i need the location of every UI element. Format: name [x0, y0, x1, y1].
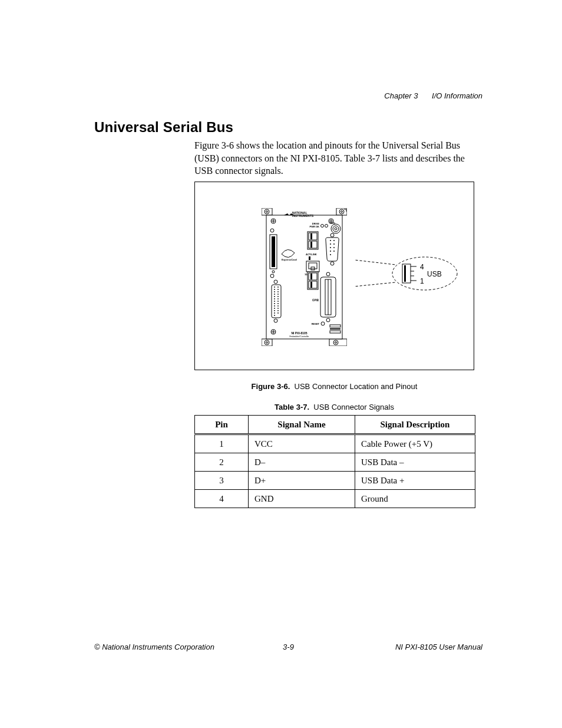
svg-point-73 [274, 303, 275, 304]
callout-pin-top: 4 [420, 263, 424, 271]
cell-pin: 1 [195, 434, 249, 453]
th-desc: Signal Description [355, 416, 475, 434]
svg-rect-32 [310, 242, 312, 248]
figure-box: NATIONAL INSTRUMENTS DRIVE PWR OK TRIG [194, 182, 474, 370]
page: Chapter 3 I/O Information Universal Seri… [0, 0, 562, 728]
svg-point-36 [330, 243, 331, 245]
svg-rect-102 [404, 265, 406, 282]
table-row: 2 D– USB Data – [195, 453, 475, 472]
svg-point-61 [274, 289, 275, 290]
svg-point-74 [277, 303, 279, 304]
svg-rect-51 [308, 272, 318, 289]
cell-pin: 4 [195, 490, 249, 508]
svg-text:NI PXI-8105: NI PXI-8105 [291, 331, 307, 335]
svg-point-71 [274, 301, 275, 302]
svg-point-59 [274, 286, 275, 288]
table-row: 4 GND Ground [195, 490, 475, 508]
svg-point-39 [333, 247, 335, 248]
svg-point-40 [330, 251, 331, 252]
section-paragraph: Figure 3-6 shows the location and pinout… [194, 139, 471, 177]
svg-point-37 [333, 243, 335, 245]
footer-doc: NI PXI-8105 User Manual [395, 643, 482, 651]
svg-text:GPIB: GPIB [312, 299, 319, 302]
svg-rect-54 [310, 274, 312, 279]
svg-line-99 [355, 256, 395, 265]
svg-point-81 [274, 312, 275, 314]
cell-name: D– [249, 453, 355, 472]
svg-point-62 [277, 289, 279, 290]
cell-name: GND [249, 490, 355, 508]
cell-desc: Cable Power (+5 V) [355, 434, 475, 453]
svg-text:ACT/LINK: ACT/LINK [306, 253, 317, 256]
svg-text:RESET: RESET [312, 322, 320, 325]
svg-point-38 [330, 247, 331, 248]
svg-point-66 [277, 294, 279, 295]
svg-text:ExpressCard: ExpressCard [282, 258, 297, 261]
svg-rect-31 [310, 233, 312, 239]
svg-rect-28 [308, 232, 318, 249]
faceplate-diagram: NATIONAL INSTRUMENTS DRIVE PWR OK TRIG [262, 208, 347, 346]
svg-line-100 [355, 282, 395, 290]
header-title: I/O Information [432, 91, 482, 100]
table-header-row: Pin Signal Name Signal Description [195, 416, 475, 434]
cell-pin: 2 [195, 453, 249, 472]
svg-point-80 [277, 310, 279, 311]
svg-rect-45 [309, 256, 310, 260]
table-caption-text: USB Connector Signals [313, 403, 394, 411]
table-caption: Table 3-7. USB Connector Signals [194, 403, 474, 411]
table-row: 1 VCC Cable Power (+5 V) [195, 434, 475, 453]
svg-point-82 [277, 312, 279, 314]
svg-rect-55 [310, 282, 312, 288]
svg-point-78 [277, 308, 279, 309]
svg-point-65 [274, 294, 275, 295]
svg-point-77 [274, 308, 275, 309]
section-heading: Universal Serial Bus [94, 119, 233, 136]
svg-point-42 [330, 254, 331, 255]
svg-point-75 [274, 305, 275, 307]
svg-rect-25 [272, 236, 275, 267]
svg-point-35 [333, 240, 335, 241]
cell-desc: USB Data + [355, 472, 475, 490]
callout-label: USB [427, 270, 442, 278]
signal-table: Pin Signal Name Signal Description 1 VCC… [194, 415, 475, 508]
svg-point-63 [274, 291, 275, 292]
th-pin: Pin [195, 416, 249, 434]
running-header: Chapter 3 I/O Information [384, 91, 482, 100]
svg-point-68 [277, 296, 279, 297]
figure-caption: Figure 3-6. USB Connector Location and P… [194, 382, 474, 391]
th-name: Signal Name [249, 416, 355, 434]
callout-pin-bottom: 1 [420, 277, 424, 285]
svg-point-83 [274, 315, 275, 316]
svg-point-60 [277, 286, 279, 288]
svg-point-41 [333, 251, 335, 252]
figure-number: Figure 3-6. [252, 382, 290, 391]
svg-rect-101 [402, 264, 411, 283]
cell-desc: USB Data – [355, 453, 475, 472]
svg-text:PWR OK: PWR OK [310, 225, 320, 228]
header-chapter: Chapter 3 [384, 91, 418, 100]
svg-point-34 [330, 240, 331, 241]
svg-point-67 [274, 296, 275, 297]
svg-rect-93 [330, 328, 340, 330]
svg-point-69 [274, 298, 275, 299]
svg-point-64 [277, 291, 279, 292]
brand-bottom: INSTRUMENTS [292, 214, 314, 218]
table-row: 3 D+ USB Data + [195, 472, 475, 490]
svg-text:Embedded Controller: Embedded Controller [289, 335, 309, 338]
svg-point-72 [277, 301, 279, 302]
table-number: Table 3-7. [275, 403, 309, 411]
svg-point-70 [277, 298, 279, 299]
svg-point-79 [274, 310, 275, 311]
usb-callout: 4 1 USB [355, 250, 464, 297]
cell-desc: Ground [355, 490, 475, 508]
cell-name: D+ [249, 472, 355, 490]
cell-name: VCC [249, 434, 355, 453]
cell-pin: 3 [195, 472, 249, 490]
svg-point-76 [277, 305, 279, 307]
figure-caption-text: USB Connector Location and Pinout [295, 382, 418, 391]
